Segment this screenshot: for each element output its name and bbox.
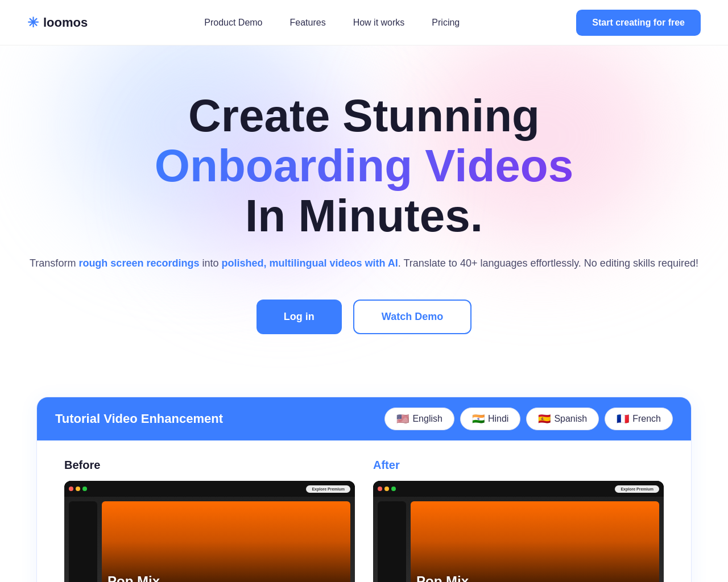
hero-desc-suffix: . Translate to 40+ languages effortlessl… <box>398 257 698 269</box>
spotify-main: Explore Premium Pop Mix Music for all ti… <box>102 501 350 582</box>
lang-button-french[interactable]: 🇫🇷 French <box>605 408 673 430</box>
hero-desc-prefix: Transform <box>30 257 78 269</box>
english-label: English <box>412 414 442 424</box>
start-creating-button[interactable]: Start creating for free <box>576 10 701 36</box>
spotify-content: Explore Premium Pop Mix Music for all ti… <box>64 497 355 582</box>
navbar: ✳ loomos Product Demo Features How it wo… <box>0 0 728 45</box>
minimize-dot-after <box>384 487 389 491</box>
before-thumbnail: Explore Premium Pop Mix Music for all ti… <box>64 481 355 582</box>
spotify-content-after: Explore Premium Pop Mix Music for all ti… <box>373 497 664 582</box>
watch-demo-button[interactable]: Watch Demo <box>353 300 471 334</box>
hero-buttons: Log in Watch Demo <box>27 300 701 334</box>
explore-premium-badge-after: Explore Premium <box>615 485 659 493</box>
minimize-dot <box>76 487 80 491</box>
hero-desc-middle: into <box>199 257 221 269</box>
nav-item-pricing[interactable]: Pricing <box>420 13 471 32</box>
hero-title-line2: Onboarding Videos <box>155 140 573 191</box>
before-label: Before <box>64 459 355 472</box>
hero-desc-highlight1: rough screen recordings <box>78 257 199 269</box>
spotify-sidebar-after <box>378 501 406 582</box>
lang-button-english[interactable]: 🇺🇸 English <box>384 408 454 430</box>
nav-item-features[interactable]: Features <box>279 13 337 32</box>
login-button[interactable]: Log in <box>257 300 342 334</box>
english-flag: 🇺🇸 <box>396 413 409 425</box>
nav-item-product-demo[interactable]: Product Demo <box>193 13 274 32</box>
after-thumbnail: Explore Premium Pop Mix Music for all ti… <box>373 481 664 582</box>
after-label: After <box>373 459 664 472</box>
hero-title-line1: Create Stunning <box>188 90 540 141</box>
spotify-main-after: Explore Premium Pop Mix Music for all ti… <box>411 501 659 582</box>
french-flag: 🇫🇷 <box>617 413 629 425</box>
lang-button-spanish[interactable]: 🇪🇸 Spanish <box>526 408 599 430</box>
video-header: Tutorial Video Enhancement 🇺🇸 English 🇮🇳… <box>37 397 691 440</box>
spotify-sidebar <box>69 501 97 582</box>
logo-icon: ✳ <box>27 15 39 31</box>
close-dot <box>69 487 73 491</box>
hero-subtitle: Transform rough screen recordings into p… <box>27 255 701 272</box>
after-column: After Explore Premium Pop Mix Music for … <box>373 459 664 582</box>
video-section-title: Tutorial Video Enhancement <box>55 411 223 426</box>
explore-premium-badge: Explore Premium <box>306 485 350 493</box>
before-column: Before Explore Premium Pop Mix Music for… <box>64 459 355 582</box>
close-dot-after <box>378 487 382 491</box>
spanish-label: Spanish <box>554 414 587 424</box>
hero-title: Create Stunning Onboarding Videos In Min… <box>27 91 701 241</box>
hero-title-line3: In Minutes. <box>245 190 483 241</box>
hero-desc-highlight2: polished, multilingual videos with AI <box>221 257 398 269</box>
video-enhancement-section: Tutorial Video Enhancement 🇺🇸 English 🇮🇳… <box>36 397 692 582</box>
language-buttons: 🇺🇸 English 🇮🇳 Hindi 🇪🇸 Spanish 🇫🇷 French <box>384 408 673 430</box>
brand-name: loomos <box>43 15 88 30</box>
after-video-mock: Explore Premium Pop Mix Music for all ti… <box>373 481 664 582</box>
hero-content: Create Stunning Onboarding Videos In Min… <box>27 91 701 334</box>
hindi-label: Hindi <box>488 414 508 424</box>
logo[interactable]: ✳ loomos <box>27 15 88 31</box>
maximize-dot-after <box>391 487 396 491</box>
spotify-track-title-after: Pop Mix <box>416 573 653 582</box>
before-video-mock: Explore Premium Pop Mix Music for all ti… <box>64 481 355 582</box>
maximize-dot <box>82 487 87 491</box>
hindi-flag: 🇮🇳 <box>472 413 485 425</box>
french-label: French <box>632 414 661 424</box>
spanish-flag: 🇪🇸 <box>538 413 551 425</box>
lang-button-hindi[interactable]: 🇮🇳 Hindi <box>460 408 520 430</box>
spotify-track-title: Pop Mix <box>107 573 345 582</box>
nav-links: Product Demo Features How it works Prici… <box>193 13 471 32</box>
nav-item-how-it-works[interactable]: How it works <box>342 13 416 32</box>
video-body: Before Explore Premium Pop Mix Music for… <box>37 440 691 582</box>
hero-section: Create Stunning Onboarding Videos In Min… <box>0 45 728 368</box>
